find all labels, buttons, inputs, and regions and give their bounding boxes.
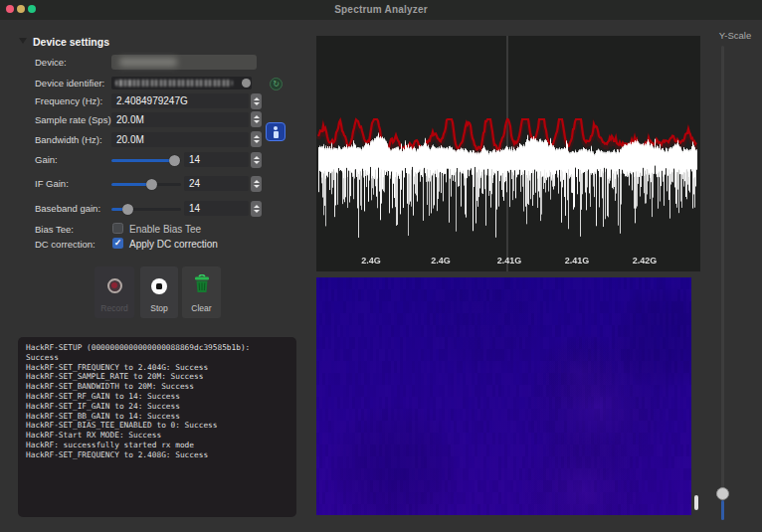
record-icon — [107, 278, 122, 293]
device-identifier-clear-icon[interactable] — [242, 79, 251, 88]
y-scale-label: Y-Scale — [710, 30, 760, 41]
freq-tick-2: 2.4G — [431, 256, 451, 266]
sample-rate-stepper[interactable] — [251, 111, 262, 127]
frequency-label: Frequency (Hz): — [35, 95, 102, 106]
frequency-stepper[interactable] — [251, 93, 262, 109]
device-identifier-label: Device identifier: — [35, 78, 104, 89]
if-gain-field[interactable]: 24 — [184, 176, 249, 191]
device-dropdown-redacted-value — [119, 58, 177, 67]
freq-tick-3: 2.41G — [497, 256, 522, 266]
section-title: Device settings — [33, 36, 109, 48]
y-scale-slider-fill — [721, 500, 724, 520]
record-button-label: Record — [95, 303, 134, 313]
info-button[interactable] — [266, 122, 286, 141]
sample-rate-field[interactable]: 20.0M — [111, 112, 249, 127]
gain-field[interactable]: 14 — [184, 152, 249, 167]
gain-stepper[interactable] — [251, 152, 262, 168]
bandwidth-stepper[interactable] — [251, 131, 262, 147]
disclosure-triangle-icon[interactable] — [19, 38, 27, 44]
gain-slider[interactable] — [111, 155, 181, 166]
device-label: Device: — [35, 57, 67, 68]
log-output[interactable]: HackRF-SETUP (0000000000000000088869dc39… — [18, 337, 296, 517]
baseband-gain-field[interactable]: 14 — [184, 201, 249, 216]
clear-button[interactable]: Clear — [182, 266, 221, 318]
y-scale-slider-track[interactable] — [721, 46, 724, 520]
waterfall-scrollbar[interactable] — [694, 495, 698, 510]
spectrum-plot: 2.4G 2.4G 2.41G 2.41G 2.42G — [316, 36, 700, 271]
gain-label: Gain: — [35, 154, 58, 165]
bias-tee-label: Bias Tee: — [35, 224, 74, 235]
bandwidth-label: Bandwidth (Hz): — [35, 134, 102, 145]
dc-correction-checkbox[interactable]: ✓ — [112, 238, 123, 249]
if-gain-stepper[interactable] — [251, 176, 262, 192]
baseband-gain-label: Baseband gain: — [35, 203, 100, 214]
window-title: Spectrum Analyzer — [0, 4, 762, 15]
y-scale-slider-knob[interactable] — [716, 487, 729, 500]
record-button[interactable]: Record — [95, 266, 134, 318]
freq-tick-5: 2.42G — [633, 256, 658, 266]
stop-icon — [151, 278, 167, 294]
if-gain-slider[interactable] — [111, 179, 181, 190]
waterfall-plot — [316, 277, 691, 515]
info-icon — [274, 126, 278, 130]
dc-correction-checkbox-label: Apply DC correction — [129, 239, 218, 250]
bandwidth-field[interactable]: 20.0M — [111, 132, 249, 147]
sample-rate-label: Sample rate (Sps): — [35, 114, 113, 125]
freq-tick-1: 2.4G — [361, 256, 381, 266]
baseband-gain-slider[interactable] — [111, 204, 181, 215]
clear-button-label: Clear — [182, 303, 221, 313]
baseband-gain-stepper[interactable] — [251, 201, 262, 217]
frequency-field[interactable]: 2.4084979247G — [111, 93, 249, 108]
title-bar: Spectrum Analyzer — [0, 0, 762, 20]
refresh-devices-button[interactable]: ↻ — [270, 78, 283, 90]
device-identifier-field[interactable] — [111, 77, 252, 89]
spectrum-canvas — [316, 36, 700, 271]
waterfall-canvas — [316, 277, 691, 515]
device-dropdown[interactable] — [111, 55, 257, 70]
clear-trash-icon — [194, 274, 210, 293]
stop-button-label: Stop — [140, 303, 178, 313]
dc-correction-label: DC correction: — [35, 239, 95, 250]
freq-tick-4: 2.41G — [565, 256, 590, 266]
stop-button[interactable]: Stop — [140, 266, 178, 318]
if-gain-label: IF Gain: — [35, 178, 69, 189]
bias-tee-checkbox[interactable] — [112, 223, 123, 234]
device-identifier-redacted-value — [115, 80, 233, 87]
bias-tee-checkbox-label: Enable Bias Tee — [129, 224, 201, 235]
spectrum-analyzer-window: Spectrum Analyzer Device settings Device… — [0, 0, 762, 532]
